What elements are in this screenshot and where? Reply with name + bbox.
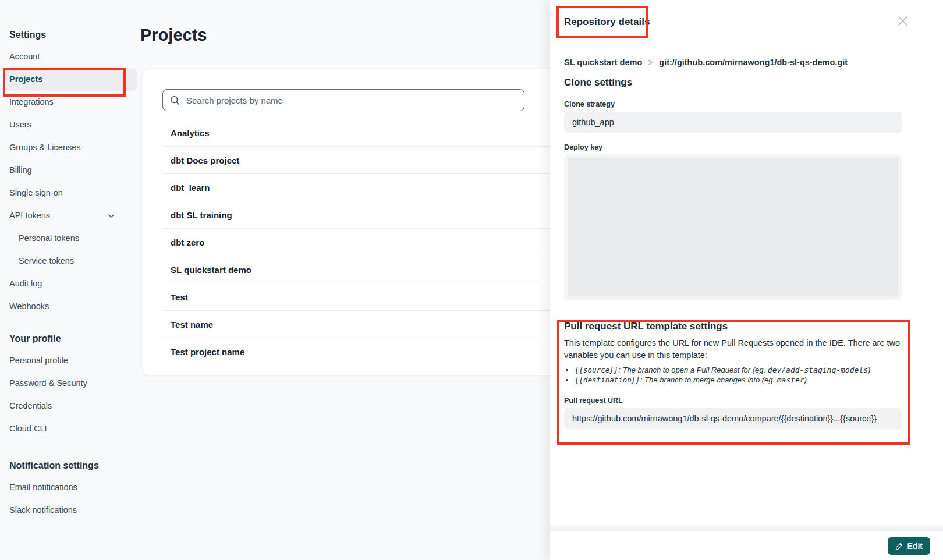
deploy-key-value bbox=[568, 158, 898, 296]
pr-variable-source: {{source}}: The branch to open a Pull Re… bbox=[575, 365, 929, 375]
project-row[interactable]: dbt_learn bbox=[162, 174, 558, 201]
project-row[interactable]: dbt zero bbox=[162, 229, 558, 256]
sidebar-item-cloud-cli[interactable]: Cloud CLI bbox=[0, 417, 137, 440]
sidebar-item-projects[interactable]: Projects bbox=[3, 68, 137, 91]
deploy-key-field[interactable] bbox=[564, 154, 902, 300]
project-list: Analytics dbt Docs project dbt_learn dbt… bbox=[162, 119, 558, 366]
panel-header: Repository details bbox=[550, 0, 943, 44]
sidebar-item-api-tokens[interactable]: API tokens bbox=[0, 204, 137, 227]
edit-button[interactable]: Edit bbox=[888, 537, 930, 555]
project-row[interactable]: Test name bbox=[162, 311, 558, 338]
sidebar-item-audit-log[interactable]: Audit log bbox=[0, 272, 137, 295]
sidebar-item-users[interactable]: Users bbox=[0, 114, 137, 136]
search-input[interactable] bbox=[185, 95, 517, 106]
sidebar-item-personal-profile[interactable]: Personal profile bbox=[0, 349, 137, 372]
pr-template-description: This template configures the URL for new… bbox=[564, 337, 912, 361]
sidebar-item-password-security[interactable]: Password & Security bbox=[0, 372, 137, 395]
project-search[interactable] bbox=[162, 89, 524, 111]
close-icon[interactable] bbox=[896, 15, 909, 27]
project-row[interactable]: dbt SL training bbox=[162, 201, 558, 229]
breadcrumb-project[interactable]: SL quickstart demo bbox=[564, 58, 642, 67]
sidebar-item-webhooks[interactable]: Webhooks bbox=[0, 295, 137, 318]
pr-template-variables: {{source}}: The branch to open a Pull Re… bbox=[564, 365, 929, 385]
pr-variable-destination: {{destination}}: The branch to merge cha… bbox=[575, 375, 929, 385]
project-row[interactable]: Test project name bbox=[162, 338, 558, 366]
sidebar-item-account[interactable]: Account bbox=[0, 45, 137, 68]
clone-strategy-value: github_app bbox=[572, 118, 614, 127]
project-row[interactable]: Test bbox=[162, 283, 558, 311]
sidebar-item-billing[interactable]: Billing bbox=[0, 159, 137, 182]
sidebar-item-slack-notifications[interactable]: Slack notifications bbox=[0, 499, 137, 522]
pull-request-url-field: https://github.com/mirnawong1/db-sl-qs-d… bbox=[564, 408, 902, 429]
pencil-icon bbox=[895, 542, 903, 550]
sidebar-item-service-tokens[interactable]: Service tokens bbox=[0, 250, 137, 272]
project-row[interactable]: dbt Docs project bbox=[162, 147, 558, 174]
pull-request-url-label: Pull request URL bbox=[564, 396, 929, 405]
pull-request-url-value: https://github.com/mirnawong1/db-sl-qs-d… bbox=[572, 414, 877, 423]
repository-details-panel: Repository details SL quickstart demo gi… bbox=[550, 0, 943, 560]
sidebar-item-single-sign-on[interactable]: Single sign-on bbox=[0, 182, 137, 204]
sidebar-section-settings: Settings bbox=[0, 28, 137, 45]
sidebar-item-groups-licenses[interactable]: Groups & Licenses bbox=[0, 136, 137, 159]
page-title: Projects bbox=[140, 26, 207, 45]
sidebar-spacer bbox=[0, 318, 137, 332]
panel-body: SL quickstart demo git://github.com/mirn… bbox=[550, 44, 943, 429]
sidebar-spacer bbox=[0, 440, 137, 459]
panel-footer: Edit bbox=[550, 531, 943, 560]
sidebar-item-integrations[interactable]: Integrations bbox=[0, 91, 137, 114]
clone-strategy-field: github_app bbox=[564, 112, 902, 133]
chevron-down-icon bbox=[108, 212, 115, 219]
search-icon bbox=[170, 95, 180, 105]
panel-title: Repository details bbox=[564, 16, 650, 28]
sidebar-item-credentials[interactable]: Credentials bbox=[0, 395, 137, 417]
sidebar-item-personal-tokens[interactable]: Personal tokens bbox=[0, 227, 137, 250]
pr-template-heading: Pull request URL template settings bbox=[564, 321, 929, 332]
project-row[interactable]: Analytics bbox=[162, 119, 558, 147]
breadcrumb-repo-url: git://github.com/mirnawong1/db-sl-qs-dem… bbox=[659, 58, 848, 67]
settings-sidebar: Settings Account Projects Integrations U… bbox=[0, 0, 137, 522]
sidebar-item-email-notifications[interactable]: Email notifications bbox=[0, 476, 137, 499]
projects-card: Analytics dbt Docs project dbt_learn dbt… bbox=[143, 69, 559, 375]
clone-settings-heading: Clone settings bbox=[564, 77, 929, 88]
deploy-key-label: Deploy key bbox=[564, 143, 929, 151]
sidebar-section-notification-settings: Notification settings bbox=[0, 459, 137, 476]
project-row[interactable]: SL quickstart demo bbox=[162, 256, 558, 283]
sidebar-section-your-profile: Your profile bbox=[0, 332, 137, 349]
breadcrumb: SL quickstart demo git://github.com/mirn… bbox=[564, 57, 929, 68]
clone-strategy-label: Clone strategy bbox=[564, 100, 929, 108]
pull-request-template-section: Pull request URL template settings This … bbox=[564, 321, 929, 429]
chevron-right-icon bbox=[648, 59, 653, 66]
